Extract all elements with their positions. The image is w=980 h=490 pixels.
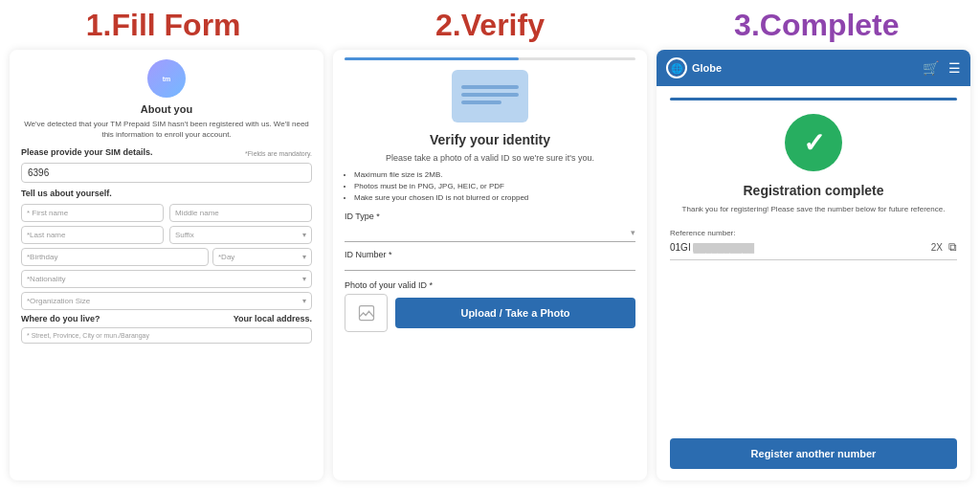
photo-placeholder	[345, 294, 388, 332]
lastname-row: *Last name Suffix ▾	[21, 226, 312, 244]
id-type-select[interactable]: ▾	[345, 224, 635, 242]
about-desc: We've detected that your TM Prepaid SIM …	[21, 119, 312, 140]
step2-title: 2.Verify	[326, 0, 653, 50]
sim-number-input[interactable]	[21, 163, 312, 183]
panel1-content: tm About you We've detected that your TM…	[10, 50, 323, 357]
verify-title: Verify your identity	[345, 132, 635, 147]
ref-suffix: 2X	[931, 242, 943, 253]
globe-header: 🌐 Globe 🛒 ☰	[657, 50, 970, 86]
day-field[interactable]: *Day ▾	[212, 248, 312, 266]
bullet-1: Maximum file size is 2MB.	[354, 170, 635, 179]
id-number-label: ID Number *	[345, 250, 635, 259]
nationality-field[interactable]: *Nationality ▾	[21, 270, 312, 288]
bullet-3: Make sure your chosen ID is not blurred …	[354, 193, 635, 202]
last-name-field[interactable]: *Last name	[21, 226, 164, 244]
content-row: tm About you We've detected that your TM…	[0, 50, 980, 490]
panel2-verify: Verify your identity Please take a photo…	[333, 50, 647, 480]
svg-rect-0	[359, 306, 373, 321]
steps-header: 1.Fill Form 2.Verify 3.Complete	[0, 0, 980, 50]
tell-section-title: Tell us about yourself.	[21, 189, 312, 198]
org-size-field[interactable]: *Organization Size ▾	[21, 292, 312, 310]
menu-icon[interactable]: ☰	[948, 60, 961, 76]
complete-progress	[670, 98, 957, 100]
birthday-row: *Birthday *Day ▾	[21, 248, 312, 266]
verify-subtitle: Please take a photo of a valid ID so we'…	[345, 153, 635, 163]
panel2-content: Verify your identity Please take a photo…	[333, 50, 647, 340]
registration-desc: Thank you for registering! Please save t…	[682, 204, 946, 215]
ref-label: Reference number:	[670, 229, 735, 237]
upload-section: Upload / Take a Photo	[345, 294, 635, 332]
panel3-wrapper: 🌐 Globe 🛒 ☰ ✓ Registration complete	[657, 50, 970, 480]
logo-circle: tm	[147, 59, 186, 98]
panel3-complete: 🌐 Globe 🛒 ☰ ✓ Registration complete	[657, 50, 970, 480]
ref-blurred: ██████████	[693, 243, 754, 253]
sim-section-title: Please provide your SIM details.	[21, 147, 153, 157]
header-icons: 🛒 ☰	[923, 60, 961, 76]
panel3-bottom: Register another number	[657, 438, 970, 480]
id-number-input[interactable]	[345, 262, 635, 271]
ref-number: 01GI ██████████	[670, 242, 925, 253]
id-line-2	[461, 93, 519, 97]
street-field[interactable]: * Street, Province, City or mun./Baranga…	[21, 327, 312, 344]
registration-title: Registration complete	[743, 183, 883, 198]
first-name-field[interactable]: * First name	[21, 204, 164, 222]
mandatory-label: *Fields are mandatory.	[245, 150, 312, 157]
where-section: Where do you live? Your local address.	[21, 314, 312, 323]
id-type-label: ID Type *	[345, 212, 635, 221]
suffix-field[interactable]: Suffix ▾	[169, 226, 312, 244]
middle-name-field[interactable]: Middle name	[169, 204, 312, 222]
id-card-icon	[452, 70, 528, 122]
verify-bullets: Maximum file size is 2MB. Photos must be…	[345, 170, 635, 202]
photo-label: Photo of your valid ID *	[345, 280, 635, 290]
register-another-button[interactable]: Register another number	[670, 438, 957, 469]
ref-row: 01GI ██████████ 2X ⧉	[670, 240, 957, 260]
progress-fill	[345, 57, 519, 60]
progress-bar	[345, 57, 635, 60]
birthday-field[interactable]: *Birthday	[21, 248, 209, 266]
globe-logo: 🌐 Globe	[666, 57, 722, 78]
copy-icon[interactable]: ⧉	[948, 240, 957, 254]
panel1-fill-form: tm About you We've detected that your TM…	[10, 50, 323, 480]
upload-button[interactable]: Upload / Take a Photo	[395, 298, 635, 328]
about-title: About you	[21, 103, 312, 115]
step3-title: 3.Complete	[654, 0, 980, 50]
check-circle: ✓	[785, 114, 842, 171]
tm-logo: tm	[21, 59, 312, 98]
name-row: * First name Middle name	[21, 204, 312, 222]
globe-icon: 🌐	[666, 57, 687, 78]
id-line-1	[461, 85, 519, 89]
cart-icon[interactable]: 🛒	[923, 60, 939, 76]
id-line-3	[461, 100, 501, 104]
bullet-2: Photos must be in PNG, JPG, HEIC, or PDF	[354, 182, 635, 190]
id-lines	[461, 85, 519, 108]
panel3-content: ✓ Registration complete Thank you for re…	[657, 86, 970, 438]
step1-title: 1.Fill Form	[0, 0, 326, 50]
checkmark-icon: ✓	[803, 127, 825, 159]
